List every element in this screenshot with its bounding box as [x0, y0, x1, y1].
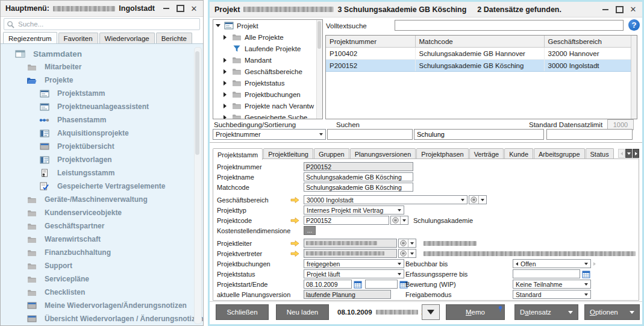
filter-tree-item-gesch-ftsbereiche[interactable]: Geschäftsbereiche	[213, 66, 322, 77]
sidebar-item-ger-te-maschinenverwaltung[interactable]: Geräte-/Maschinenverwaltung	[1, 193, 203, 206]
search-field-projektnummer[interactable]	[327, 129, 413, 140]
sidebar-item-support[interactable]: Support	[1, 259, 203, 272]
kostenstellendimensionen-button[interactable]: ...	[304, 226, 316, 235]
sidebar-item-phasenstamm[interactable]: Phasenstamm	[1, 113, 203, 127]
filter-tree-item-projektbuchungen[interactable]: Projektbuchungen	[213, 89, 322, 100]
bebuchbar-bis-select[interactable]: Offen	[513, 259, 591, 268]
projektbuchungen-select[interactable]: freigegeben	[304, 259, 404, 268]
expander-icon[interactable]	[216, 24, 221, 27]
results-scrollbar[interactable]	[631, 36, 637, 119]
tab-berichte[interactable]: Berichte	[156, 33, 192, 43]
search-field-matchcode[interactable]	[414, 129, 544, 140]
matchcode-field[interactable]	[304, 183, 413, 192]
detail-tab-kunde[interactable]: Kunde	[504, 148, 533, 159]
detail-tab-gruppen[interactable]: Gruppen	[314, 148, 349, 159]
filter-tree-item-projektstatus[interactable]: Projektstatus	[213, 77, 322, 89]
projektstatus-select[interactable]: Projekt läuft	[304, 269, 404, 278]
maximize-button[interactable]	[615, 6, 624, 13]
detail-tab-projektleitung[interactable]: Projektleitung	[263, 148, 313, 159]
projektstart-field[interactable]	[304, 280, 352, 289]
sidebar-item-warenwirtschaft[interactable]: Warenwirtschaft	[1, 233, 203, 246]
menu-tree-scrollbar[interactable]	[194, 47, 202, 324]
sidebar-item-finanzbuchhaltung[interactable]: Finanzbuchhaltung	[1, 246, 203, 259]
column-header-projektnummer[interactable]: Projektnummer	[326, 36, 415, 48]
expand-toolbar-button[interactable]	[422, 304, 440, 320]
minimize-button[interactable]	[162, 5, 170, 12]
minimize-button[interactable]	[601, 6, 610, 13]
search-input[interactable]	[17, 20, 197, 28]
geschaeftsbereich-lookup-button[interactable]	[469, 195, 487, 204]
scroll-tabs-right-button[interactable]	[633, 149, 639, 158]
geschaeftsbereich-select[interactable]: 30000 Ingolstadt	[304, 195, 467, 204]
menu-search-box[interactable]	[4, 18, 200, 30]
calendar-icon[interactable]	[353, 280, 363, 289]
sidebar-item-gesch-ftspartner[interactable]: Geschäftspartner	[1, 219, 203, 233]
table-row[interactable]: P200152Schulungsakademie GB Kösching3000…	[326, 60, 631, 72]
sidebar-item-projektstamm[interactable]: Projektstamm	[1, 87, 203, 100]
sidebar-item-mitarbeiter[interactable]: Mitarbeiter	[1, 60, 203, 74]
fulltext-search-input[interactable]	[395, 20, 624, 31]
detail-tab-vertr-ge[interactable]: Verträge	[469, 148, 504, 159]
projektleiter-lookup-button[interactable]	[398, 239, 416, 248]
detail-tab-arbeitsgruppe[interactable]: Arbeitsgruppe	[534, 148, 585, 159]
projektname-field[interactable]	[304, 172, 413, 181]
projektcode-lookup-button[interactable]	[390, 216, 408, 225]
expander-icon[interactable]	[224, 81, 229, 86]
sidebar-item-projektvorlagen[interactable]: Projektvorlagen	[1, 153, 203, 166]
expander-icon[interactable]	[224, 92, 229, 97]
sidebar-item-projekt-bersicht[interactable]: Projektübersicht	[1, 140, 203, 153]
schliessen-button[interactable]: Schließen	[216, 304, 269, 320]
close-button[interactable]	[190, 5, 198, 12]
sidebar-item-projektneuanlageassistent[interactable]: Projektneuanlageassistent	[1, 100, 203, 113]
filter-tree-item-alle-projekte[interactable]: Alle Projekte	[213, 31, 322, 43]
expander-icon[interactable]	[224, 104, 229, 108]
erfassungssperre-bis-field[interactable]	[513, 269, 580, 278]
sidebar-item-kundenserviceobjekte[interactable]: Kundenserviceobjekte	[1, 206, 203, 219]
filter-tree-item-projekte-nach-verantw[interactable]: Projekte nach Verantw	[213, 100, 322, 111]
filter-tree-scrollbar[interactable]	[316, 20, 322, 119]
maximize-button[interactable]	[176, 5, 184, 12]
detail-tab-projektphasen[interactable]: Projektphasen	[416, 148, 468, 159]
sidebar-item-leistungsstamm[interactable]: Leistungsstamm	[1, 166, 203, 180]
neu-laden-button[interactable]: Neu laden	[276, 304, 329, 320]
scrollbar-thumb[interactable]	[195, 51, 199, 155]
projektende-field[interactable]	[365, 280, 398, 289]
sidebar-item-stammdaten[interactable]: Stammdaten	[1, 47, 203, 60]
projektcode-field[interactable]	[304, 216, 389, 225]
sidebar-item-akquisitionsprojekte[interactable]: Akquisitionsprojekte	[1, 127, 203, 140]
tab-regiezentrum[interactable]: Regiezentrum	[3, 32, 57, 43]
bewertung-wip-select[interactable]: Keine Teilnahme	[513, 280, 591, 289]
sidebar-item-gespeicherte-vertragselemente[interactable]: Gespeicherte Vertragselemente	[1, 180, 203, 193]
sort-condition-select[interactable]: Projektnummer	[213, 129, 326, 140]
filter-tree-item-projekt[interactable]: Projekt	[213, 20, 322, 31]
optionen-menu-button[interactable]: Optionen	[584, 304, 640, 320]
freigabemodus-select[interactable]: Standard	[513, 290, 591, 299]
memo-button[interactable]: Memo	[446, 304, 505, 320]
expander-icon[interactable]	[224, 58, 229, 63]
filter-tree-item-gespeicherte-suche[interactable]: Gespeicherte Suche	[213, 111, 322, 119]
expander-icon[interactable]	[224, 35, 229, 40]
detail-tab-projektstamm[interactable]: Projektstamm	[213, 148, 263, 160]
column-header-matchcode[interactable]: Matchcode	[415, 36, 544, 48]
help-icon[interactable]	[628, 19, 640, 31]
sidebar-item-meine-wiedervorlagen-nderungsnotizen[interactable]: Meine Wiedervorlagen/Änderungsnotizen	[1, 299, 203, 312]
sidebar-item-bersicht-wiedervorlagen-nderungsnotizen[interactable]: Übersicht Wiedervorlagen / Änderungsnoti…	[1, 312, 203, 325]
tab-favoriten[interactable]: Favoriten	[58, 33, 98, 43]
search-field-geschaeftsbereich[interactable]	[546, 129, 633, 140]
close-button[interactable]	[629, 6, 637, 13]
projekttyp-select[interactable]: Internes Projekt mit Vertrag	[304, 205, 404, 215]
filter-tree-item-laufende-projekte[interactable]: Laufende Projekte	[213, 43, 322, 54]
filter-tree-item-mandant[interactable]: Mandant	[213, 54, 322, 66]
calendar-icon[interactable]	[581, 269, 591, 278]
scrollbar-thumb[interactable]	[317, 21, 321, 49]
sidebar-item-servicepl-ne[interactable]: Servicepläne	[1, 272, 203, 286]
column-header-gesch-ftsbereich[interactable]: Geschäftsbereich	[544, 36, 631, 48]
chevron-right-icon[interactable]	[593, 262, 596, 266]
table-row[interactable]: P100402Schulungsakademie GB Hannover3200…	[326, 48, 631, 60]
sidebar-item-projekte[interactable]: Projekte	[1, 74, 203, 87]
detail-tab-status[interactable]: Status	[586, 148, 614, 159]
projektvertreter-lookup-button[interactable]	[398, 249, 416, 258]
expander-icon[interactable]	[224, 115, 229, 120]
tab-list-button[interactable]	[625, 149, 632, 158]
sidebar-item-checklisten[interactable]: Checklisten	[1, 286, 203, 299]
